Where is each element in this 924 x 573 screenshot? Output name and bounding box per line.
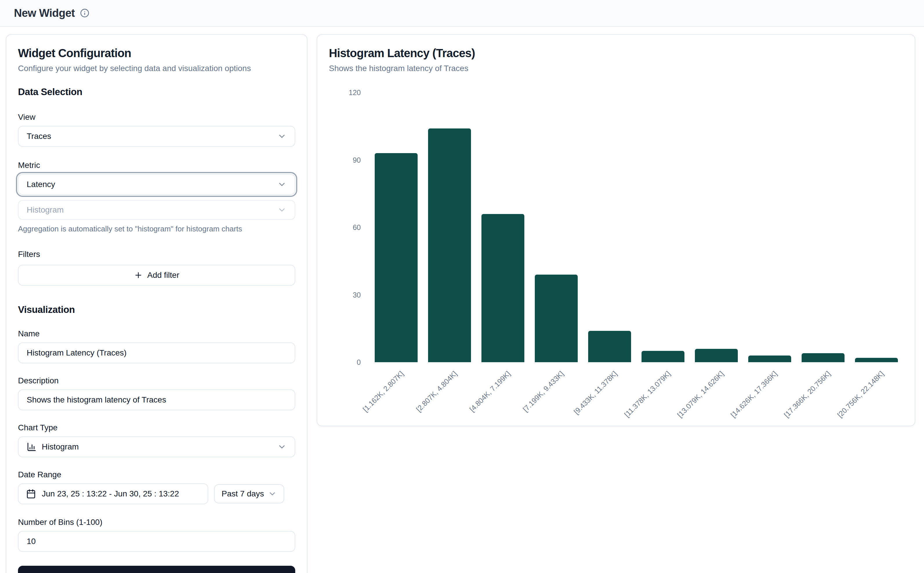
- histogram-bar: [802, 353, 844, 362]
- histogram-chart: 0306090120[1.162K, 2.807K][2.807K, 4.804…: [329, 80, 904, 416]
- chevron-down-icon: [277, 180, 287, 189]
- chevron-down-icon: [277, 442, 287, 451]
- x-axis-tick-label: [9.433K, 11.378K]: [572, 369, 619, 416]
- histogram-bar: [375, 153, 418, 362]
- filters-label: Filters: [18, 250, 295, 259]
- chevron-down-icon: [277, 132, 287, 141]
- metric-label: Metric: [18, 161, 295, 170]
- date-range-label: Date Range: [18, 470, 295, 479]
- plus-icon: [134, 271, 143, 280]
- bins-input[interactable]: [18, 531, 295, 552]
- widget-configuration-panel: Widget Configuration Configure your widg…: [6, 34, 307, 573]
- metric-select-value: Latency: [27, 180, 55, 189]
- histogram-bar: [428, 128, 471, 362]
- histogram-bar: [588, 331, 631, 362]
- x-axis-tick-label: [17.366K, 20.756K]: [782, 369, 832, 419]
- x-axis-tick-label: [1.162K, 2.807K]: [361, 369, 405, 413]
- histogram-bar: [855, 358, 898, 362]
- chevron-down-icon: [277, 205, 287, 214]
- bins-label: Number of Bins (1-100): [18, 518, 295, 527]
- chart-type-value: Histogram: [42, 442, 79, 451]
- x-axis-tick-label: [20.756K, 22.148K]: [836, 369, 886, 419]
- y-axis-tick-label: 60: [329, 223, 361, 232]
- data-selection-heading: Data Selection: [18, 86, 295, 97]
- x-axis-tick-label: [13.079K, 14.626K]: [675, 369, 726, 419]
- page-title: New Widget: [14, 7, 75, 19]
- x-axis-tick-label: [11.378K, 13.079K]: [622, 369, 672, 419]
- date-preset-select[interactable]: Past 7 days: [214, 484, 284, 503]
- histogram-bar: [481, 214, 525, 362]
- metric-select[interactable]: Latency: [18, 174, 295, 195]
- page-header: New Widget: [0, 0, 924, 27]
- view-label: View: [18, 113, 295, 122]
- histogram-bar: [535, 275, 578, 362]
- preview-title: Histogram Latency (Traces): [329, 46, 903, 60]
- aggregation-select: Histogram: [18, 200, 295, 220]
- aggregation-select-value: Histogram: [27, 205, 64, 214]
- description-label: Description: [18, 376, 295, 385]
- histogram-bar: [748, 355, 791, 362]
- info-icon[interactable]: [80, 8, 89, 18]
- visualization-heading: Visualization: [18, 304, 295, 315]
- name-input[interactable]: [18, 343, 295, 363]
- y-axis-tick-label: 0: [329, 358, 361, 366]
- name-label: Name: [18, 329, 295, 338]
- chart-type-label: Chart Type: [18, 423, 295, 432]
- x-axis-tick-label: [14.626K, 17.366K]: [729, 369, 779, 419]
- y-axis-tick-label: 120: [329, 88, 361, 97]
- widget-preview-panel: Histogram Latency (Traces) Shows the his…: [317, 34, 915, 426]
- save-widget-button[interactable]: Save Widget: [18, 566, 295, 573]
- aggregation-helper-text: Aggregation is automatically set to "his…: [18, 224, 295, 233]
- add-filter-button[interactable]: Add filter: [18, 265, 295, 286]
- preview-subtitle: Shows the histogram latency of Traces: [329, 63, 903, 74]
- date-range-value: Jun 23, 25 : 13:22 - Jun 30, 25 : 13:22: [42, 489, 179, 498]
- histogram-bar: [642, 351, 684, 362]
- calendar-icon: [26, 489, 36, 499]
- date-range-picker[interactable]: Jun 23, 25 : 13:22 - Jun 30, 25 : 13:22: [18, 484, 208, 504]
- x-axis-tick-label: [4.804K, 7.199K]: [468, 369, 512, 413]
- x-axis-tick-label: [7.199K, 9.433K]: [521, 369, 565, 413]
- chart-type-select[interactable]: Histogram: [18, 437, 295, 457]
- chevron-down-icon: [268, 490, 277, 498]
- view-select-value: Traces: [27, 132, 51, 141]
- y-axis-tick-label: 30: [329, 291, 361, 299]
- bar-chart-icon: [27, 442, 36, 452]
- view-select[interactable]: Traces: [18, 126, 295, 147]
- y-axis-tick-label: 90: [329, 156, 361, 164]
- x-axis-tick-label: [2.807K, 4.804K]: [414, 369, 459, 413]
- add-filter-label: Add filter: [147, 271, 180, 280]
- histogram-bar: [695, 349, 738, 362]
- config-title: Widget Configuration: [18, 46, 295, 60]
- date-preset-value: Past 7 days: [222, 489, 264, 498]
- config-subtitle: Configure your widget by selecting data …: [18, 63, 295, 74]
- description-input[interactable]: [18, 390, 295, 410]
- content-area: Widget Configuration Configure your widg…: [0, 27, 924, 573]
